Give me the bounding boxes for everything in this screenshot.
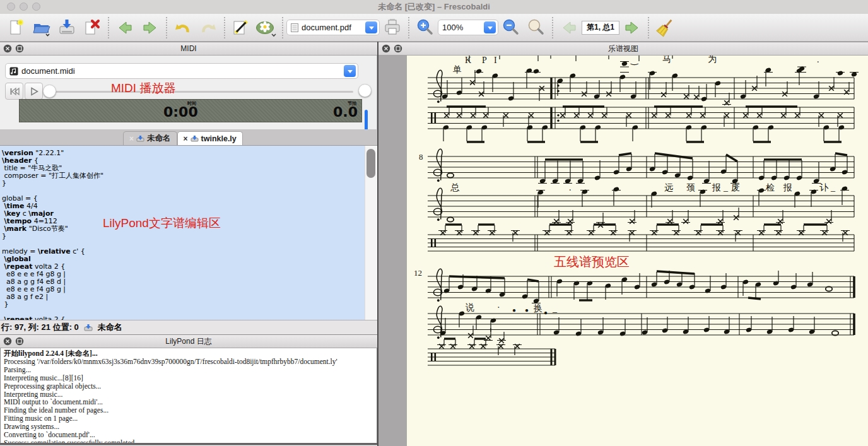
close-document-button[interactable]	[79, 15, 105, 40]
log-line: Drawing systems...	[4, 423, 373, 431]
combo-chevron-icon	[344, 65, 356, 77]
svg-text:_: _	[830, 183, 836, 192]
document-select-value: document.pdf	[302, 23, 351, 32]
lilypond-log[interactable]: 开始lilypond 2.24.4 [未命名]...Processing '/v…	[0, 348, 377, 443]
svg-text:单: 单	[453, 65, 462, 74]
log-line: Interpreting music...[8][16]	[4, 374, 373, 382]
undo-arrow-icon	[179, 26, 188, 32]
midi-rewind-button[interactable]	[5, 83, 23, 100]
svg-text:8: 8	[419, 152, 423, 161]
lilypond-editor[interactable]: \version "2.22.1" \header { title = "牛马之…	[0, 146, 365, 320]
zoom-select[interactable]: 100%	[438, 20, 498, 35]
open-document-button[interactable]	[29, 15, 54, 40]
zoom-select-value: 100%	[442, 23, 463, 32]
right-arrow-icon	[144, 22, 156, 33]
print-button[interactable]	[380, 15, 405, 40]
page-indicator-field[interactable]: 第1, 总1	[582, 21, 619, 35]
title-bar: 未命名 [已改变] – Frescobaldi	[0, 0, 868, 14]
log-line: Preprocessing graphical objects...	[4, 382, 373, 390]
tab-twinkle.ly[interactable]: ×twinkle.ly	[177, 131, 243, 145]
main-toolbar: document.pdf 100% 第1, 总1	[0, 14, 868, 42]
go-forward-button[interactable]	[138, 15, 163, 40]
status-bar: 行: 97, 列: 21 位置: 0 未命名	[0, 320, 377, 334]
log-line: Processing '/var/folders/k0/mnmx63sj3s36…	[4, 358, 373, 366]
document-select[interactable]: document.pdf	[286, 20, 380, 35]
svg-text:颈: 颈	[686, 183, 695, 192]
svg-text:.: .	[569, 183, 572, 192]
svg-text:检: 检	[766, 183, 775, 192]
chevron-down-icon	[46, 34, 49, 36]
undo-button[interactable]	[170, 15, 196, 40]
midi-position-slider-handle[interactable]	[43, 85, 56, 98]
svg-text:讣: 讣	[819, 183, 829, 192]
panel-close-button[interactable]	[382, 44, 390, 53]
panel-close-button[interactable]	[3, 44, 12, 53]
midi-play-button[interactable]	[25, 83, 43, 100]
lcd-time-value: 0:00	[163, 104, 198, 120]
midi-panel-header: MIDI	[0, 42, 377, 56]
svg-text:●: ●	[544, 309, 548, 316]
svg-text:I: I	[494, 56, 497, 65]
svg-text:报: 报	[712, 183, 721, 192]
redo-button[interactable]	[196, 15, 221, 40]
log-line: Fitting music on 1 page...	[4, 414, 373, 423]
toolbar-separator	[166, 17, 167, 38]
magnifier-button[interactable]	[524, 15, 549, 40]
panel-float-button[interactable]	[15, 337, 24, 346]
new-document-button[interactable]	[4, 15, 29, 40]
combo-chevron-icon	[484, 21, 496, 33]
right-arrow-icon	[626, 22, 638, 33]
midi-panel-title: MIDI	[0, 44, 377, 53]
music-view-header: 乐谱视图	[378, 42, 868, 56]
log-panel-header: LilyPond 日志	[0, 334, 377, 348]
tab-label: 未命名	[147, 133, 171, 144]
window-title: 未命名 [已改变] – Frescobaldi	[0, 0, 868, 14]
midi-volume-slider-handle[interactable]	[358, 84, 372, 97]
clear-music-button[interactable]	[652, 15, 677, 40]
left-arrow-icon	[563, 22, 575, 33]
redo-arrow-icon	[203, 26, 212, 32]
document-tab-bar: ×未命名×twinkle.ly	[0, 129, 377, 146]
midi-file-select[interactable]: document.midi	[5, 63, 358, 79]
save-document-button[interactable]	[54, 15, 79, 40]
music-view-title: 乐谱视图	[378, 44, 868, 54]
left-arrow-icon	[119, 22, 131, 33]
svg-text:为: 为	[708, 56, 717, 64]
rewind-icon	[9, 87, 20, 96]
svg-text:●: ●	[525, 307, 529, 314]
toolbar-separator	[408, 17, 409, 38]
svg-text:废: 废	[731, 183, 740, 192]
log-line: 开始lilypond 2.24.4 [未命名]...	[4, 349, 373, 358]
lilypond-engrave-button[interactable]	[254, 15, 279, 40]
toolbar-separator	[108, 17, 109, 38]
tab-未命名[interactable]: ×未命名	[123, 131, 177, 145]
svg-text:_: _	[723, 183, 729, 192]
editor-scrollbar-thumb[interactable]	[367, 149, 375, 178]
play-icon	[29, 87, 39, 96]
edit-in-place-button[interactable]	[228, 15, 254, 40]
svg-text:报: 报	[783, 183, 792, 192]
lcd-beat-value: 0.0	[333, 104, 358, 120]
zoom-out-button[interactable]	[498, 15, 524, 40]
log-panel-title: LilyPond 日志	[0, 336, 377, 347]
previous-page-button[interactable]	[556, 15, 582, 40]
music-view-panel: 乐谱视图 KPI单‿马为.8总.远颈报_废检报讣_12说·●●换●–	[377, 42, 868, 446]
zoom-in-button[interactable]	[413, 15, 438, 40]
toolbar-separator	[552, 17, 553, 38]
tab-close-button[interactable]: ×	[129, 134, 134, 143]
svg-text:12: 12	[414, 268, 422, 278]
midi-panel: document.midi 时间 0:00 节拍 0.0	[0, 56, 377, 129]
tab-close-button[interactable]: ×	[184, 134, 188, 143]
save-state-icon	[191, 135, 199, 142]
score-view[interactable]: KPI单‿马为.8总.远颈报_废检报讣_12说·●●换●–	[378, 56, 868, 446]
zoom-window-button[interactable]	[32, 3, 40, 11]
minimize-window-button[interactable]	[20, 3, 28, 11]
panel-float-button[interactable]	[394, 44, 402, 53]
midi-position-slider[interactable]	[47, 91, 353, 93]
close-window-button[interactable]	[7, 3, 15, 11]
next-page-button[interactable]	[619, 15, 645, 40]
chevron-down-icon	[272, 34, 276, 36]
panel-close-button[interactable]	[3, 337, 12, 346]
panel-float-button[interactable]	[15, 44, 24, 53]
go-back-button[interactable]	[112, 15, 138, 40]
